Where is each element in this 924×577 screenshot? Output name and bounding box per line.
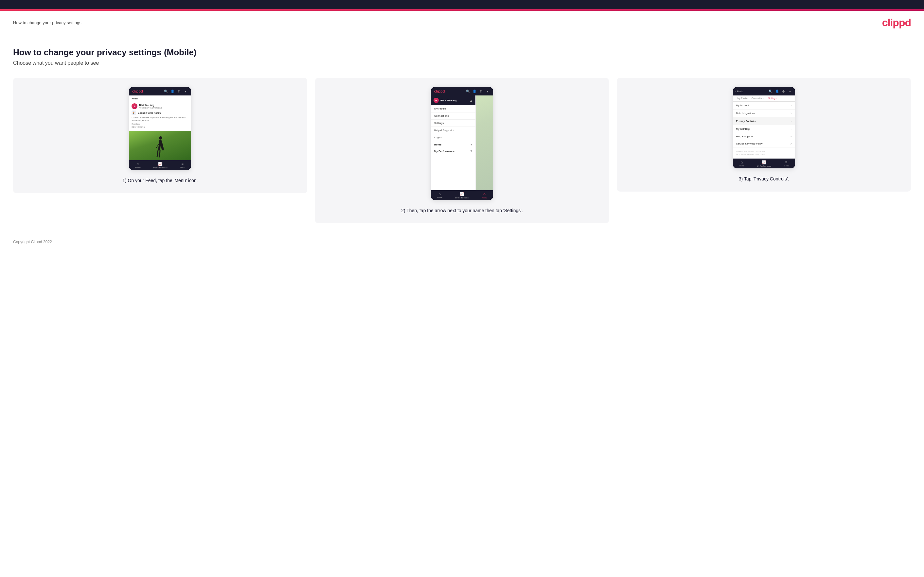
menu-user-left: B Blair McHarg <box>433 98 456 103</box>
tab-settings: Settings <box>766 95 779 102</box>
menu-user-name: Blair McHarg <box>440 99 456 102</box>
header: How to change your privacy settings clip… <box>0 11 924 34</box>
privacy-label: Privacy Controls <box>736 120 756 122</box>
chevron-icon: ▾ <box>183 89 188 93</box>
svg-point-0 <box>159 136 162 140</box>
menu-overlay: B Blair McHarg ▲ My Profile Connections … <box>431 95 493 190</box>
settings-icon: ⚙ <box>177 89 181 93</box>
footer-line2: GQL Server Version: 2022.7.30-1 <box>736 153 792 156</box>
top-bar <box>0 0 924 9</box>
menu-icon: ≡ <box>181 162 183 166</box>
privacy-chevron: › <box>790 119 792 123</box>
account-chevron: › <box>790 104 792 107</box>
lesson-desc: Looking to feel like my hands are exitin… <box>131 116 189 122</box>
home-label-3: Home <box>739 165 745 167</box>
footer-line1: Clippd Client Version: 2022.8.3-3 <box>736 150 792 153</box>
golf-image <box>129 131 191 160</box>
menu-item-profile: My Profile <box>431 105 475 113</box>
settings-item-data: Data Integrations › <box>733 110 795 118</box>
menu-item-help: Help & Support <box>431 127 475 134</box>
step-2-mockup: clippd 🔍 👤 ⚙ ▾ <box>431 87 493 200</box>
settings-icon-3: ⚙ <box>781 89 786 93</box>
menu-arrow-up: ▲ <box>470 99 473 102</box>
data-label: Data Integrations <box>736 112 755 115</box>
settings-item-privacy: Privacy Controls › <box>733 118 795 125</box>
mockup-3-nav: ‹ Back 🔍 👤 ⚙ ▾ <box>733 87 795 95</box>
help-ext-icon: ↗ <box>790 135 792 138</box>
performance-icon: 📈 <box>158 162 163 166</box>
policy-label: Service & Privacy Policy <box>736 142 763 145</box>
feed-item: B Blair McHarg Yesterday · Sunningdale 🏌… <box>129 102 191 131</box>
mockup-3-icons: 🔍 👤 ⚙ ▾ <box>768 89 793 93</box>
mockup-2-nav: clippd 🔍 👤 ⚙ ▾ <box>431 87 493 95</box>
settings-icon-2: ⚙ <box>479 89 483 93</box>
golfbag-label: My Golf Bag <box>736 127 750 131</box>
duration-label: Duration <box>131 123 189 125</box>
menu-user-row: B Blair McHarg ▲ <box>431 95 475 105</box>
mockup-3-bottom-nav: ⌂ Home 📈 My Performance ≡ Menu <box>733 158 795 168</box>
lesson-icon: 🏌 <box>131 111 136 115</box>
menu-avatar: B <box>433 98 439 103</box>
settings-tabs: My Profile Connections Settings <box>733 95 795 102</box>
settings-item-help: Help & Support ↗ <box>733 133 795 140</box>
settings-footer: Clippd Client Version: 2022.8.3-3 GQL Se… <box>733 147 795 158</box>
mockup-1-icons: 🔍 👤 ⚙ ▾ <box>163 89 188 93</box>
section-perf-chevron: ▾ <box>470 149 472 153</box>
menu-section-performance: My Performance ▾ <box>431 148 475 154</box>
home-label-2: Home <box>437 197 443 198</box>
search-icon-3: 🔍 <box>768 89 773 93</box>
settings-item-policy: Service & Privacy Policy ↗ <box>733 140 795 147</box>
home-icon: ⌂ <box>137 162 139 166</box>
header-title: How to change your privacy settings <box>13 20 81 25</box>
mockup-1-nav: clippd 🔍 👤 ⚙ ▾ <box>129 87 191 95</box>
page-heading: How to change your privacy settings (Mob… <box>13 47 911 58</box>
step-1-card: clippd 🔍 👤 ⚙ ▾ Feed B Blair McHarg <box>13 78 307 193</box>
lesson-row: 🏌 Lesson with Fordy <box>131 111 189 115</box>
search-icon-2: 🔍 <box>465 89 470 93</box>
user-icon-2: 👤 <box>472 89 477 93</box>
menu-icon-2: ✕ <box>483 192 486 196</box>
page-footer: Copyright Clippd 2022 <box>0 233 924 251</box>
main-content: How to change your privacy settings (Mob… <box>0 34 924 233</box>
search-icon: 🔍 <box>163 89 168 93</box>
menu-label: Menu <box>180 166 185 168</box>
help-label: Help & Support <box>736 135 753 138</box>
step-3-card: ‹ Back 🔍 👤 ⚙ ▾ My Profile Connections Se… <box>617 78 911 192</box>
page-subheading: Choose what you want people to see <box>13 60 911 66</box>
section-home-chevron: ▾ <box>470 143 472 146</box>
account-label: My Account <box>736 104 749 107</box>
user-sub: Yesterday · Sunningdale <box>139 106 162 109</box>
tab-my-profile: My Profile <box>735 95 750 102</box>
bottom-nav-home-2: ⌂ Home <box>437 192 443 199</box>
bottom-nav-menu-3: ≡ Menu <box>783 160 788 167</box>
mockup-2-logo: clippd <box>434 89 445 93</box>
step-3-mockup: ‹ Back 🔍 👤 ⚙ ▾ My Profile Connections Se… <box>733 87 795 168</box>
mockup-1-logo: clippd <box>132 89 143 93</box>
user-info: Blair McHarg Yesterday · Sunningdale <box>139 104 162 109</box>
bottom-nav-home: ⌂ Home <box>135 162 141 169</box>
step-1-mockup: clippd 🔍 👤 ⚙ ▾ Feed B Blair McHarg <box>129 87 191 170</box>
step-3-caption: 3) Tap 'Privacy Controls'. <box>739 176 789 182</box>
step-2-card: clippd 🔍 👤 ⚙ ▾ <box>315 78 609 223</box>
bottom-nav-home-3: ⌂ Home <box>739 160 745 167</box>
duration-value: 01 hr : 30 min <box>131 126 189 128</box>
performance-label: My Performance <box>153 167 168 169</box>
user-avatar: B <box>131 103 137 109</box>
section-home-label: Home <box>434 143 441 146</box>
policy-ext-icon: ↗ <box>790 143 792 145</box>
home-icon-3: ⌂ <box>741 160 743 164</box>
bottom-nav-menu: ≡ Menu <box>180 162 185 169</box>
menu-panel: B Blair McHarg ▲ My Profile Connections … <box>431 95 476 190</box>
menu-item-logout: Logout <box>431 134 475 141</box>
golfbag-chevron: › <box>790 127 792 131</box>
user-icon: 👤 <box>170 89 175 93</box>
perf-label-3: My Performance <box>757 165 771 167</box>
menu-icon-3: ≡ <box>785 160 787 164</box>
data-chevron: › <box>790 111 792 115</box>
chevron-icon-2: ▾ <box>485 89 490 93</box>
golfer-silhouette <box>153 136 166 158</box>
user-row: B Blair McHarg Yesterday · Sunningdale <box>131 103 189 109</box>
mockup-2-icons: 🔍 👤 ⚙ ▾ <box>465 89 490 93</box>
home-label: Home <box>135 166 141 168</box>
mockup-2-bottom-nav: ⌂ Home 📈 My Performance ✕ Menu <box>431 190 493 200</box>
